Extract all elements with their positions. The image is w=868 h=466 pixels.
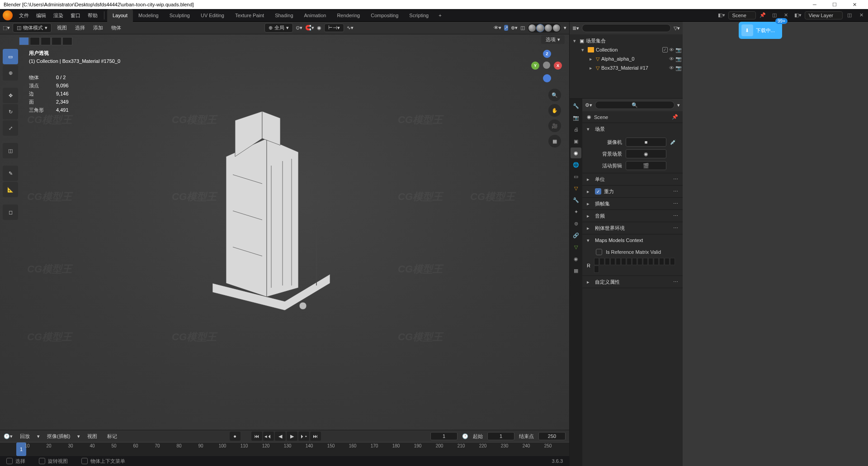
prop-tab-data[interactable]: ▽ <box>571 242 581 252</box>
view3d-viewport[interactable]: ▭ ⊕ ✥ ↻ ⤢ ◫ ✎ 📐 ◻ 用户透视 (1) Collection | … <box>0 34 569 430</box>
matrix-cell[interactable] <box>616 258 621 265</box>
tree-row[interactable]: ▾Collection✓👁📷 <box>571 45 682 54</box>
prop-tab-render[interactable]: 📷 <box>571 112 581 123</box>
eyedropper-icon[interactable]: 💉 <box>670 139 678 145</box>
xray-icon[interactable]: ◫ <box>520 25 525 31</box>
pan-icon[interactable]: ✋ <box>548 104 561 117</box>
shading-solid-icon[interactable] <box>537 24 544 32</box>
jump-end-icon[interactable]: ⏭ <box>310 432 321 441</box>
prop-tab-modifier[interactable]: 🔧 <box>571 195 581 205</box>
tool-cursor[interactable]: ⊕ <box>3 65 18 81</box>
play-reverse-icon[interactable]: ◀ <box>275 432 286 441</box>
end-frame-input[interactable]: 250 <box>538 432 566 440</box>
perspective-toggle-icon[interactable]: ▦ <box>548 135 561 147</box>
select-mode-3[interactable] <box>41 37 51 45</box>
tool-move[interactable]: ✥ <box>3 88 18 103</box>
editor-type-icon[interactable]: ⬚▾ <box>3 25 10 31</box>
prop-tab-tool[interactable]: 🔧 <box>571 100 581 111</box>
window-minimize-button[interactable]: ─ <box>805 0 825 9</box>
ref-matrix-checkbox[interactable]: Is Reference Matrix Valid <box>587 249 678 255</box>
outliner-editor-type-icon[interactable]: ≣▾ <box>572 25 579 31</box>
matrix-cell[interactable] <box>627 258 632 265</box>
options-dropdown[interactable]: 选项 ▾ <box>541 35 565 44</box>
tab-modeling[interactable]: Modeling <box>133 9 164 22</box>
jump-next-keyframe-icon[interactable]: ⏵▸ <box>298 432 309 441</box>
prop-tab-constraint[interactable]: 🔗 <box>571 230 581 241</box>
matrix-cell[interactable] <box>648 258 653 265</box>
tab-rendering[interactable]: Rendering <box>331 9 365 22</box>
tool-transform[interactable]: ◫ <box>3 143 18 158</box>
scene-pin-icon[interactable]: 📌 <box>758 10 768 20</box>
timeline-ruler[interactable]: 1 10203040506070809010011012013014015016… <box>0 442 569 456</box>
bg-scene-field[interactable]: ◉ <box>626 149 666 158</box>
matrix-cell[interactable] <box>665 258 670 265</box>
matrix-cell[interactable] <box>659 258 664 265</box>
timeline-menu-playback[interactable]: 回放 <box>17 433 33 440</box>
prop-tab-world[interactable]: 🌐 <box>571 159 581 170</box>
matrix-cell[interactable] <box>594 258 599 265</box>
matrix-cell[interactable] <box>621 258 626 265</box>
camera-view-icon[interactable]: 🎥 <box>548 119 561 132</box>
view3d-menu-add[interactable]: 添加 <box>90 24 106 31</box>
matrix-cell[interactable] <box>594 266 599 273</box>
tool-annotate[interactable]: ✎ <box>3 166 18 181</box>
matrix-grid[interactable] <box>594 258 678 273</box>
start-frame-input[interactable]: 1 <box>487 432 514 440</box>
tool-select-box[interactable]: ▭ <box>3 49 18 64</box>
gizmo-y-axis[interactable]: Y <box>531 62 539 70</box>
view3d-menu-view[interactable]: 视图 <box>54 24 70 31</box>
tab-uv-editing[interactable]: UV Editing <box>195 9 230 22</box>
window-maximize-button[interactable]: ☐ <box>825 0 844 9</box>
tab-shading[interactable]: Shading <box>269 9 298 22</box>
frame-range-lock-icon[interactable]: 🕐 <box>462 433 468 439</box>
outliner-filter-icon[interactable]: ▽▾ <box>674 25 680 31</box>
gizmo-z-axis[interactable]: Z <box>543 50 551 58</box>
tree-row[interactable]: ▸▽Box373_Material #17👁📷 <box>571 63 682 72</box>
select-mode-1[interactable] <box>19 37 29 45</box>
camera-field[interactable]: ■ <box>626 138 666 147</box>
zoom-icon[interactable]: 🔍 <box>548 89 561 101</box>
jump-start-icon[interactable]: ⏮ <box>251 432 262 441</box>
prop-tab-particle[interactable]: ✦ <box>571 206 581 217</box>
tab-compositing[interactable]: Compositing <box>365 9 404 22</box>
menu-edit[interactable]: 编辑 <box>33 9 50 22</box>
gizmo-toggle-icon[interactable]: ↗ <box>504 25 508 31</box>
orientation-dropdown[interactable]: ⊕ 全局▾ <box>264 23 293 33</box>
panel-audio-header[interactable]: ▸音频⋯ <box>582 210 683 222</box>
nav-gizmo[interactable]: X Y Z <box>532 51 561 80</box>
download-button[interactable]: ⬇ 下载中... <box>739 22 782 39</box>
timeline-menu-marker[interactable]: 标记 <box>104 433 120 440</box>
pivot-icon[interactable]: ⊙▾ <box>296 25 302 31</box>
current-frame-input[interactable]: 1 <box>430 432 458 440</box>
shading-rendered-icon[interactable] <box>553 24 560 32</box>
panel-gravity-header[interactable]: ▸✓重力⋯ <box>582 185 683 197</box>
props-options-icon[interactable]: ▾ <box>677 102 680 108</box>
jump-prev-keyframe-icon[interactable]: ◂⏴ <box>263 432 274 441</box>
curve-icon[interactable]: ∿▾ <box>347 25 354 31</box>
prop-tab-collection[interactable]: ▭ <box>571 171 581 182</box>
prop-tab-viewlayer[interactable]: ▣ <box>571 136 581 147</box>
menu-help[interactable]: 帮助 <box>84 9 101 22</box>
timeline-menu-view[interactable]: 视图 <box>85 433 100 440</box>
tool-rotate[interactable]: ↻ <box>3 104 18 119</box>
tool-add-cube[interactable]: ◻ <box>3 204 18 220</box>
outliner-search-input[interactable] <box>582 24 671 32</box>
select-mode-4[interactable] <box>52 37 61 45</box>
panel-keying-header[interactable]: ▸插帧集⋯ <box>582 198 683 209</box>
tab-animation[interactable]: Animation <box>299 9 332 22</box>
tab-texture-paint[interactable]: Texture Paint <box>230 9 269 22</box>
shading-wireframe-icon[interactable] <box>528 24 536 32</box>
view3d-menu-object[interactable]: 物体 <box>108 24 124 31</box>
matrix-cell[interactable] <box>632 258 637 265</box>
timeline-editor-type-icon[interactable]: 🕐▾ <box>4 433 13 439</box>
snap-target-dropdown[interactable]: ⊢⊣▾ <box>324 24 344 32</box>
viewlayer-browse-icon[interactable]: ◧▾ <box>793 10 803 20</box>
tab-scripting[interactable]: Scripting <box>404 9 434 22</box>
clip-field[interactable]: 🎬 <box>626 161 666 170</box>
menu-render[interactable]: 渲染 <box>50 9 67 22</box>
visibility-icon[interactable]: 👁▾ <box>494 25 501 31</box>
tool-scale[interactable]: ⤢ <box>3 120 18 136</box>
viewlayer-dropdown[interactable]: View Layer <box>805 11 843 19</box>
prop-tab-texture[interactable]: ▦ <box>571 265 581 276</box>
shading-material-icon[interactable] <box>545 24 552 32</box>
